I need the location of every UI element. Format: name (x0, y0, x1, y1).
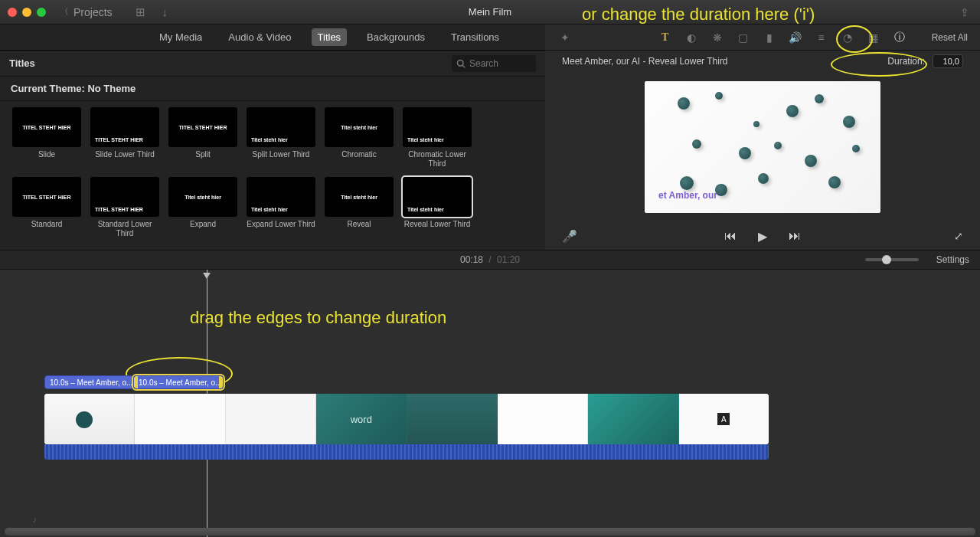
music-track-icon[interactable]: ♪ (32, 514, 37, 525)
share-icon[interactable]: ⇪ (960, 6, 969, 18)
title-caption: Standard (31, 220, 63, 237)
media-browser: My Media Audio & Video Titles Background… (0, 25, 545, 250)
title-preset[interactable]: TITEL STEHT HIERStandard (11, 177, 83, 237)
title-caption: Expand (190, 220, 216, 237)
audio-waveform[interactable] (44, 444, 769, 460)
time-display-bar: 00:18 / 01:20 Settings (0, 250, 980, 270)
tab-audio-video[interactable]: Audio & Video (222, 28, 297, 46)
horizontal-scrollbar[interactable] (5, 528, 975, 535)
title-preset[interactable]: TITEL STEHT HIERSlide Lower Third (89, 107, 161, 168)
title-caption: Expand Lower Third (247, 220, 315, 237)
annotation-drag: drag the edges to change duration (190, 308, 446, 328)
preview-viewer[interactable]: et Amber, our (545, 72, 980, 222)
tab-titles[interactable]: Titles (312, 28, 348, 46)
noise-icon[interactable]: ≡ (814, 31, 829, 44)
title-thumbnail: Titel steht hier (168, 177, 237, 217)
title-thumbnail: Titel steht hier (325, 177, 394, 217)
svg-line-1 (462, 65, 465, 67)
title-caption: Standard Lower Third (89, 220, 161, 237)
title-preset[interactable]: Titel steht hierChromatic (323, 107, 395, 168)
info-inspector-icon[interactable]: ⓘ (892, 31, 907, 44)
title-thumbnail: TITEL STEHT HIER (168, 107, 237, 147)
close-window[interactable] (8, 8, 17, 17)
voiceover-icon[interactable]: 🎤 (562, 229, 577, 244)
title-caption: Chromatic Lower Third (401, 150, 473, 168)
title-caption: Split Lower Third (253, 150, 310, 167)
tab-backgrounds[interactable]: Backgrounds (361, 28, 431, 46)
video-thumb (588, 394, 678, 444)
title-preset[interactable]: TITEL STEHT HIERStandard Lower Third (89, 177, 161, 237)
title-preset[interactable]: Titel steht hierChromatic Lower Third (401, 107, 473, 168)
current-time: 00:18 (460, 254, 483, 265)
prev-button[interactable]: ⏮ (724, 229, 737, 243)
reset-all-button[interactable]: Reset All (932, 32, 968, 43)
title-caption: Slide Lower Third (95, 150, 155, 167)
video-thumb: A (679, 394, 769, 444)
color-balance-icon[interactable]: ◐ (684, 31, 699, 44)
title-clip-2[interactable]: 10.0s – Meet Amber, o... (133, 375, 224, 389)
title-thumbnail: Titel steht hier (403, 107, 472, 147)
video-thumb (135, 394, 225, 444)
preview-canvas: et Amber, our (645, 81, 880, 213)
chevron-left-icon: 〈 (60, 5, 69, 18)
filter-icon[interactable]: ▦ (866, 31, 881, 44)
next-button[interactable]: ⏭ (789, 229, 801, 243)
title-thumbnail: TITEL STEHT HIER (12, 107, 81, 147)
inspector-toolbar: ✦ T ◐ ❋ ▢ ▮ 🔊 ≡ ◔ ▦ ⓘ Reset All (545, 25, 980, 51)
text-inspector-icon[interactable]: T (658, 31, 673, 44)
minimize-window[interactable] (22, 8, 31, 17)
theme-indicator: Current Theme: No Theme (0, 77, 545, 101)
video-thumb: word (316, 394, 407, 444)
browser-tabs: My Media Audio & Video Titles Background… (0, 25, 545, 51)
fullscreen-icon[interactable]: ⤢ (954, 230, 963, 242)
title-thumbnail: Titel steht hier (247, 107, 315, 147)
title-caption: Reveal (347, 220, 371, 237)
duration-label: Duration: (887, 56, 925, 67)
zoom-window[interactable] (37, 8, 46, 17)
title-preset[interactable]: Titel steht hierReveal Lower Third (401, 177, 473, 237)
search-input[interactable]: Search (452, 55, 536, 72)
timeline[interactable]: drag the edges to change duration 10.0s … (0, 270, 980, 537)
video-track[interactable]: word A (44, 394, 769, 444)
tab-my-media[interactable]: My Media (153, 28, 208, 46)
stabilize-icon[interactable]: ▮ (762, 31, 777, 44)
title-preset[interactable]: TITEL STEHT HIERSplit (167, 107, 239, 168)
magic-wand-icon[interactable]: ✦ (557, 31, 573, 44)
title-clip-1[interactable]: 10.0s – Meet Amber, o... (44, 375, 133, 389)
video-thumb (226, 394, 316, 444)
speed-icon[interactable]: ◔ (840, 31, 855, 44)
title-track: 10.0s – Meet Amber, o... 10.0s – Meet Am… (44, 375, 224, 389)
search-icon (456, 59, 466, 68)
title-caption: Chromatic (341, 150, 377, 167)
tab-transitions[interactable]: Transitions (445, 28, 505, 46)
title-thumbnail: Titel steht hier (247, 177, 315, 217)
title-thumbnail: Titel steht hier (325, 107, 394, 147)
color-correct-icon[interactable]: ❋ (710, 31, 725, 44)
title-thumbnail: TITEL STEHT HIER (12, 177, 81, 217)
settings-button[interactable]: Settings (936, 254, 969, 265)
window-controls (8, 8, 46, 17)
play-button[interactable]: ▶ (758, 229, 767, 244)
project-title: Mein Film (469, 6, 511, 18)
titles-grid: TITEL STEHT HIERSlideTITEL STEHT HIERSli… (0, 101, 545, 245)
volume-icon[interactable]: 🔊 (788, 31, 803, 44)
back-label: Projects (74, 6, 113, 18)
title-preset[interactable]: Titel steht hierReveal (323, 177, 395, 237)
import-icon[interactable]: ↓ (162, 5, 168, 19)
title-caption: Split (195, 150, 210, 167)
crop-icon[interactable]: ▢ (736, 31, 751, 44)
title-caption: Reveal Lower Third (404, 220, 471, 237)
playback-controls: 🎤 ⏮ ▶ ⏭ ⤢ (545, 222, 980, 250)
library-icon[interactable]: ⊞ (136, 5, 145, 19)
title-preset[interactable]: Titel steht hierExpand Lower Third (245, 177, 317, 237)
timeline-zoom-slider[interactable] (865, 258, 919, 261)
title-preset[interactable]: Titel steht hierExpand (167, 177, 239, 237)
title-preset[interactable]: TITEL STEHT HIERSlide (11, 107, 83, 168)
video-thumb (498, 394, 588, 444)
duration-field[interactable] (933, 54, 963, 68)
title-preset[interactable]: Titel steht hierSplit Lower Third (245, 107, 317, 168)
video-thumb (407, 394, 498, 444)
title-caption: Slide (38, 150, 55, 167)
title-thumbnail: Titel steht hier (403, 177, 472, 217)
back-to-projects[interactable]: 〈 Projects (60, 5, 113, 18)
